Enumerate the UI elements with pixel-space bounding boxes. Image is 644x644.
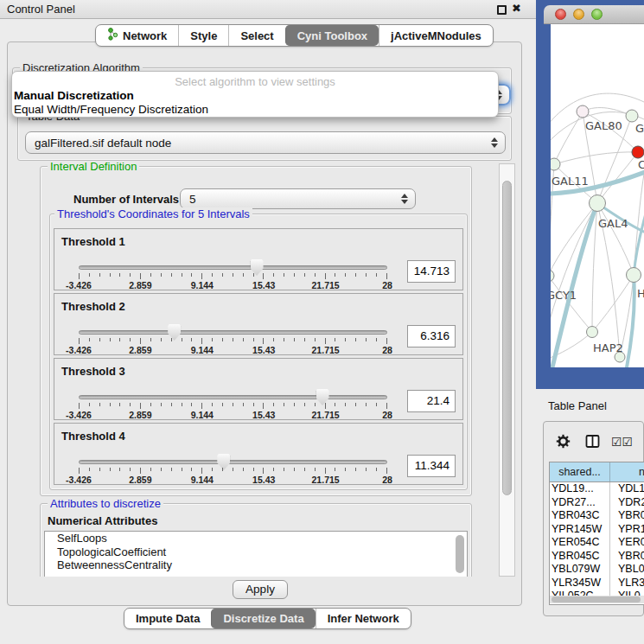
table-row[interactable]: YDR27...YDR2 <box>550 496 644 510</box>
tab-label: Style <box>190 29 217 42</box>
checkbox-checked-icon[interactable]: ☑ <box>611 435 622 449</box>
slider-tick <box>243 273 244 277</box>
attributes-list-scrollbar[interactable] <box>456 535 464 573</box>
gear-icon[interactable] <box>556 434 571 449</box>
network-node[interactable] <box>627 268 641 283</box>
table-data-combobox[interactable]: galFiltered.sif default node <box>25 131 506 154</box>
bottom-tab-discretize-data[interactable]: Discretize Data <box>211 609 315 628</box>
threshold-value-field[interactable]: 14.713 <box>407 260 456 283</box>
network-node[interactable] <box>551 270 554 282</box>
network-node[interactable] <box>590 195 606 212</box>
network-node[interactable] <box>632 146 644 158</box>
list-item[interactable]: SelfLoops <box>45 532 467 545</box>
slider-track[interactable] <box>79 265 387 270</box>
table-horizontal-scrollbar-thumb[interactable] <box>552 596 641 603</box>
tab-label: Network <box>123 29 167 42</box>
float-window-icon[interactable] <box>497 5 507 15</box>
threshold-slider[interactable]: -3.4262.8599.14415.4321.71528 <box>79 460 387 484</box>
network-node[interactable] <box>577 105 589 118</box>
slider-tick <box>130 403 131 406</box>
threshold-panel: Threshold 4 -3.4262.8599.14415.4321.7152… <box>54 423 463 485</box>
tab-network[interactable]: Network <box>96 25 178 46</box>
network-view-window[interactable]: GAL80GACGAL11GAL4GCY1HHAP2 <box>536 0 644 389</box>
network-node[interactable] <box>626 110 638 122</box>
network-graph[interactable]: GAL80GACGAL11GAL4GCY1HHAP2 <box>551 24 644 367</box>
slider-tick-labels: -3.4262.8599.14415.4321.71528 <box>79 345 387 355</box>
table-row[interactable]: YBR043CYBR0 <box>550 509 644 523</box>
table-row[interactable]: YBL079WYBL0 <box>550 563 644 577</box>
checkbox-checked-icon[interactable]: ☑ <box>622 435 634 449</box>
slider-tick <box>150 468 151 471</box>
threshold-label: Threshold 2 <box>61 300 125 313</box>
algorithm-option-equal-width[interactable]: Equal Width/Frequency Discretization <box>12 103 498 117</box>
tab-jactivemnodules[interactable]: jActiveMNodules <box>379 25 493 46</box>
threshold-coordinates-group-title: Threshold's Coordinates for 5 Intervals <box>54 207 252 220</box>
slider-tick <box>243 468 244 471</box>
slider-tick <box>273 338 274 341</box>
tab-label: Cyni Toolbox <box>297 29 367 42</box>
slider-tick <box>161 468 162 471</box>
slider-tick <box>233 468 233 471</box>
threshold-slider[interactable]: -3.4262.8599.14415.4321.71528 <box>79 395 387 419</box>
table-row[interactable]: YPR145WYPR1 <box>550 523 644 537</box>
slider-track[interactable] <box>79 395 387 399</box>
slider-track[interactable] <box>79 460 387 464</box>
network-canvas[interactable]: GAL80GACGAL11GAL4GCY1HHAP2 <box>551 24 644 367</box>
settings-scrollbar-thumb[interactable] <box>502 181 512 495</box>
threshold-slider[interactable]: -3.4262.8599.14415.4321.71528 <box>79 265 387 290</box>
table-row[interactable]: YLR345WYLR3 <box>550 577 644 590</box>
tab-style[interactable]: Style <box>178 25 228 46</box>
slider-tick <box>171 273 172 277</box>
mac-zoom-icon[interactable] <box>591 9 603 20</box>
bottom-tab-label: Impute Data <box>136 612 200 625</box>
list-item[interactable]: TopologicalCoefficient <box>45 545 467 559</box>
cell-name: YLR3 <box>610 577 644 590</box>
network-node[interactable] <box>587 327 598 338</box>
threshold-value-field[interactable]: 21.4 <box>407 390 456 412</box>
cell-name: YBR0 <box>610 509 644 523</box>
slider-tick-label: 2.859 <box>129 345 151 355</box>
settings-scrollbar[interactable] <box>499 163 515 577</box>
table-row[interactable]: YBR045CYBR0 <box>550 550 644 564</box>
number-of-intervals-combobox[interactable]: 5 <box>180 188 416 209</box>
bottom-tab-impute-data[interactable]: Impute Data <box>124 609 211 628</box>
slider-tick <box>110 403 111 406</box>
network-node[interactable] <box>551 158 560 170</box>
slider-tick <box>99 273 100 277</box>
mac-minimize-icon[interactable] <box>573 9 584 20</box>
tab-cyni-toolbox[interactable]: Cyni Toolbox <box>285 25 379 46</box>
slider-tick <box>325 468 326 474</box>
slider-tick <box>355 273 356 277</box>
slider-tick-label: 28 <box>382 280 392 290</box>
apply-button[interactable]: Apply <box>233 580 288 599</box>
slider-tick <box>233 273 233 277</box>
threshold-value-field[interactable]: 6.316 <box>407 325 456 348</box>
cell-shared-name: YER054C <box>550 536 610 550</box>
split-table-icon[interactable] <box>585 434 600 449</box>
table-row[interactable]: YDL19...YDL1 <box>550 482 644 496</box>
bottom-tab-infer-network[interactable]: Infer Network <box>316 609 411 628</box>
combo-stepper-icon <box>401 194 408 204</box>
network-window-titlebar[interactable] <box>544 5 644 24</box>
network-node-label: HAP2 <box>593 341 623 354</box>
network-edge <box>554 152 638 164</box>
column-header-name[interactable]: na <box>610 462 644 481</box>
threshold-value-field[interactable]: 11.344 <box>407 455 456 477</box>
mac-close-icon[interactable] <box>555 9 566 20</box>
table-row[interactable]: YER054CYER0 <box>550 536 644 550</box>
close-icon[interactable]: ✖ <box>512 2 521 15</box>
bottom-tab-label: Discretize Data <box>223 612 303 625</box>
slider-tick <box>222 468 223 471</box>
tab-select[interactable]: Select <box>228 25 284 46</box>
column-header-shared[interactable]: shared... <box>550 462 610 481</box>
numerical-attributes-list[interactable]: SelfLoopsTopologicalCoefficientBetweenne… <box>44 531 468 577</box>
slider-track[interactable] <box>79 330 387 335</box>
number-of-intervals-label: Number of Intervals <box>73 193 179 206</box>
algorithm-option-manual[interactable]: Manual Discretization <box>12 89 498 103</box>
cell-name: YPR1 <box>610 523 644 537</box>
threshold-slider[interactable]: -3.4262.8599.14415.4321.71528 <box>79 330 387 354</box>
table-horizontal-scrollbar[interactable] <box>550 596 644 603</box>
slider-tick-label: -3.426 <box>66 410 92 420</box>
slider-tick-label: -3.426 <box>66 280 92 290</box>
list-item[interactable]: BetweennessCentrality <box>45 558 467 572</box>
